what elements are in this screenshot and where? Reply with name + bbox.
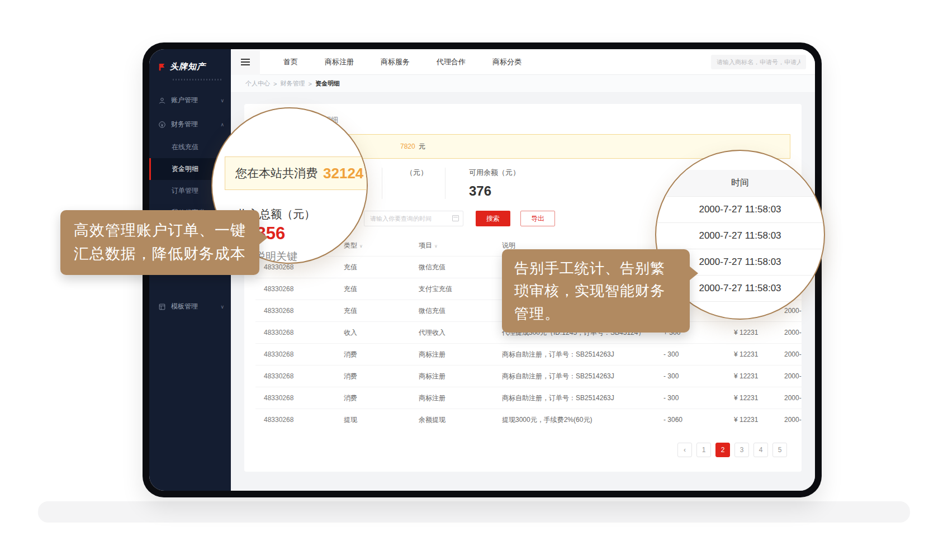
cell-order: 48330268 — [255, 285, 339, 293]
nav-item[interactable]: 代理合作 — [437, 57, 466, 67]
nav-item[interactable]: 商标服务 — [381, 57, 410, 67]
top-navbar: 首页商标注册商标服务代理合作商标分类 — [231, 49, 815, 75]
lens-banner-amount: 32124 — [323, 165, 363, 182]
cell-order: 48330268 — [255, 350, 339, 358]
stat-value: 376 — [469, 183, 520, 199]
breadcrumb-item[interactable]: 财务管理 — [280, 79, 305, 88]
cell-balance: ¥ 12231 — [712, 394, 784, 402]
pagination-page-button[interactable]: 4 — [753, 443, 768, 457]
chevron-down-icon: ∨ — [220, 98, 224, 103]
pagination-page-button[interactable]: 5 — [772, 443, 787, 457]
cell-amount: - 300 — [663, 350, 712, 358]
stat-expense: （元） — [397, 168, 430, 183]
cell-order: 48330268 — [255, 394, 339, 402]
brand-flag-icon — [158, 63, 166, 71]
export-button[interactable]: 导出 — [520, 211, 555, 226]
nav-item[interactable]: 商标分类 — [492, 57, 522, 67]
table-row[interactable]: 48330268消费商标注册商标自助注册，订单号：SB2514263J- 300… — [255, 387, 802, 409]
breadcrumb-current: 资金明细 — [315, 79, 340, 88]
sidebar-item-label: 账户管理 — [171, 96, 198, 105]
cell-amount: - 3060 — [663, 416, 712, 424]
sidebar-item-label: 模板管理 — [171, 302, 198, 311]
sidebar-item-account[interactable]: 账户管理 ∨ — [149, 88, 231, 112]
chevron-down-icon: ∨ — [220, 304, 224, 310]
cell-type: 提现 — [339, 415, 415, 425]
logo-text: 头牌知产 — [170, 61, 206, 72]
cell-amount: - 300 — [663, 372, 712, 380]
pagination-page-button[interactable]: 3 — [734, 443, 749, 457]
logo-subtext — [173, 79, 222, 80]
sidebar-item-label: 财务管理 — [171, 120, 198, 129]
callout-right: 告别手工统计、告别繁琐审核，实现智能财务管理。 — [502, 249, 690, 333]
cell-amount: - 300 — [663, 394, 712, 402]
nav-item[interactable]: 商标注册 — [325, 57, 354, 67]
cell-desc: 商标自助注册，订单号：SB2514263J — [502, 350, 663, 359]
col-header-type[interactable]: 类型∨ — [339, 241, 415, 250]
lens-time-row: 2000-7-27 11:58:03 — [656, 223, 824, 249]
page: 头牌知产 账户管理 ∨ 财务管理 ∧ 在线充值资金 — [0, 0, 948, 560]
trademark-search-input[interactable] — [711, 55, 806, 69]
calendar-icon[interactable] — [452, 215, 459, 221]
cell-time: 2000-7-27 11:58:03 — [784, 307, 802, 315]
cell-project: 代理收入 — [415, 328, 502, 338]
stat-balance: 可用余额（元） 376 — [460, 168, 520, 199]
cell-type: 收入 — [339, 328, 415, 338]
cell-type: 充值 — [339, 263, 415, 272]
cell-type: 消费 — [339, 372, 415, 381]
breadcrumb-item[interactable]: 个人中心 — [245, 79, 270, 88]
hamburger-menu-icon[interactable] — [231, 49, 260, 75]
cell-project: 支付宝充值 — [415, 284, 502, 294]
lens-time-row: 2000-7-27 11:58:03 — [656, 197, 824, 223]
nav-item[interactable]: 首页 — [283, 57, 298, 67]
cell-time: 2000-7-27 11:58:03 — [784, 394, 802, 402]
cell-desc: 商标自助注册，订单号：SB2514263J — [502, 393, 663, 403]
cell-time: 2000-7-27 11:58:03 — [784, 350, 802, 358]
cell-type: 充值 — [339, 306, 415, 316]
cell-project: 微信充值 — [415, 263, 502, 272]
logo: 头牌知产 — [149, 49, 231, 78]
table-row[interactable]: 48330268提现余额提现提现3000元，手续费2%(60元)- 3060¥ … — [255, 409, 802, 430]
date-input[interactable] — [364, 211, 463, 226]
chevron-up-icon: ∧ — [220, 122, 224, 127]
cell-type: 消费 — [339, 350, 415, 359]
cell-time: 2000-7-27 11:58:03 — [784, 329, 802, 336]
cell-desc: 提现3000元，手续费2%(60元) — [502, 415, 663, 425]
laptop-base — [38, 501, 910, 523]
sort-caret-icon: ∨ — [434, 244, 438, 249]
breadcrumb-separator: > — [273, 80, 277, 87]
cell-time: 2000-7-27 11:58:03 — [784, 416, 802, 424]
pagination-prev-button[interactable]: ‹ — [677, 443, 692, 457]
cell-project: 商标注册 — [415, 372, 502, 381]
sidebar-item-finance[interactable]: 财务管理 ∧ — [149, 112, 231, 136]
cell-time: 2000-7-27 11:58:03 — [784, 372, 802, 380]
cell-balance: ¥ 12231 — [712, 350, 784, 358]
callout-left: 高效管理账户订单、一键汇总数据，降低财务成本 — [60, 210, 259, 275]
cell-type: 充值 — [339, 284, 415, 294]
table-row[interactable]: 48330268消费商标注册商标自助注册，订单号：SB2514263J- 300… — [255, 343, 802, 365]
divider — [382, 168, 382, 199]
search-button[interactable]: 搜索 — [476, 211, 510, 226]
breadcrumb: 个人中心 > 财务管理 > 资金明细 — [231, 75, 815, 93]
pagination-page-button[interactable]: 1 — [696, 443, 711, 457]
banner-unit: 元 — [419, 142, 425, 151]
cell-type: 消费 — [339, 393, 415, 403]
breadcrumb-separator: > — [308, 80, 311, 87]
divider — [445, 168, 445, 199]
cell-balance: ¥ 12231 — [712, 416, 784, 424]
lens-time-header: 时间 — [656, 170, 824, 197]
stat-label: （元） — [406, 168, 430, 178]
cell-balance: ¥ 12231 — [712, 372, 784, 380]
template-icon — [158, 303, 166, 311]
table-row[interactable]: 48330268消费商标注册商标自助注册，订单号：SB2514263J- 300… — [255, 365, 802, 387]
pagination-page-button[interactable]: 2 — [715, 443, 730, 457]
col-header-project[interactable]: 项目∨ — [415, 241, 502, 250]
sidebar-item-template[interactable]: 模板管理 ∨ — [149, 295, 231, 319]
stat-label: 可用余额（元） — [469, 168, 520, 178]
sort-caret-icon: ∨ — [359, 244, 363, 249]
cell-balance: ¥ 12231 — [712, 329, 784, 336]
cell-desc: 商标自助注册，订单号：SB2514263J — [502, 372, 663, 381]
lens-banner-text: 您在本站共消费 — [235, 165, 317, 181]
cell-order: 48330268 — [255, 416, 339, 424]
wallet-icon — [158, 121, 166, 129]
cell-order: 48330268 — [255, 329, 339, 336]
